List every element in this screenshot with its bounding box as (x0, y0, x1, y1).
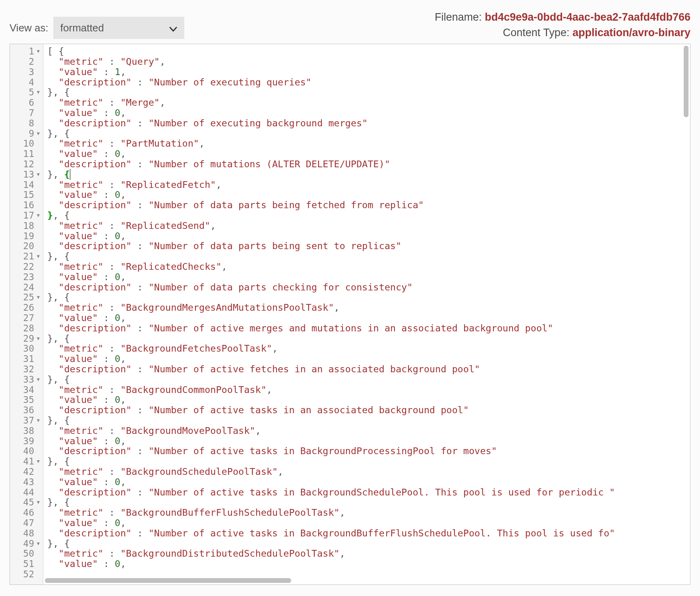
h-scrollbar-thumb[interactable] (45, 578, 291, 583)
code-body[interactable]: [ { "metric" : "Query", "value" : 1, "de… (43, 44, 690, 584)
line-number-gutter: 1▼2345▼6789▼10111213▼14151617▼18192021▼2… (10, 44, 43, 584)
v-scrollbar[interactable] (683, 46, 689, 583)
h-scrollbar[interactable] (45, 577, 682, 584)
content-type-value: application/avro-binary (572, 27, 690, 39)
content-type-label: Content Type: (503, 27, 570, 39)
view-as-label: View as: (10, 22, 48, 34)
view-as-select[interactable]: formatted (53, 17, 184, 39)
chevron-down-icon (169, 24, 177, 32)
filename-label: Filename: (435, 11, 482, 23)
code-editor[interactable]: 1▼2345▼6789▼10111213▼14151617▼18192021▼2… (10, 44, 690, 585)
file-meta: Filename: bd4c9e9a-0bdd-4aac-bea2-7aafd4… (435, 10, 690, 41)
v-scrollbar-thumb[interactable] (684, 46, 688, 117)
view-as-value: formatted (60, 22, 104, 34)
filename-value: bd4c9e9a-0bdd-4aac-bea2-7aafd4fdb766 (485, 11, 690, 23)
